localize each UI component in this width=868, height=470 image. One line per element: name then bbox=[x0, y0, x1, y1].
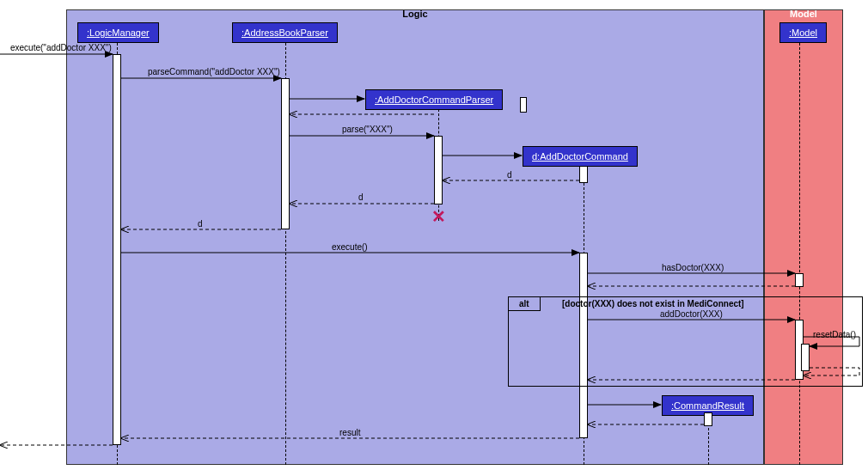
package-model-label: Model bbox=[790, 9, 817, 19]
header-model: :Model bbox=[779, 22, 827, 43]
destroy-icon: ✕ bbox=[431, 206, 446, 227]
msg-d-2: d bbox=[358, 192, 364, 202]
activation-model-has bbox=[795, 273, 804, 287]
header-logic-manager: :LogicManager bbox=[77, 22, 159, 43]
msg-resetdata: resetData() bbox=[813, 330, 856, 339]
header-add-doctor-command: d:AddDoctorCommand bbox=[523, 146, 638, 167]
package-model: Model bbox=[764, 9, 843, 465]
alt-operator: alt bbox=[509, 297, 541, 311]
msg-execute-adddoctor: execute("addDoctor XXX") bbox=[10, 43, 112, 52]
msg-d-1: d bbox=[507, 170, 512, 180]
activation-command-result bbox=[704, 412, 712, 426]
msg-hasdoctor: hasDoctor(XXX) bbox=[662, 263, 724, 272]
msg-result: result bbox=[339, 428, 360, 437]
activation-logic-manager bbox=[113, 54, 121, 445]
header-address-book-parser: :AddressBookParser bbox=[232, 22, 338, 43]
header-add-doctor-command-parser: :AddDoctorCommandParser bbox=[365, 89, 503, 110]
activation-parser bbox=[281, 78, 290, 229]
activation-cmdparser-1 bbox=[520, 97, 527, 113]
package-logic: Logic bbox=[66, 9, 764, 465]
msg-adddoctor: addDoctor(XXX) bbox=[660, 309, 723, 319]
lifeline-model bbox=[799, 43, 800, 465]
activation-cmdparser-2 bbox=[434, 136, 443, 204]
activation-cmd-create bbox=[579, 166, 588, 183]
msg-parse: parse("XXX") bbox=[342, 125, 393, 134]
package-logic-label: Logic bbox=[402, 9, 427, 19]
msg-execute: execute() bbox=[332, 242, 368, 252]
alt-guard: [doctor(XXX) does not exist in MediConne… bbox=[562, 299, 744, 308]
msg-parsecommand: parseCommand("addDoctor XXX") bbox=[148, 67, 280, 76]
sequence-diagram-canvas: Logic Model :LogicManager :AddressBookPa… bbox=[0, 0, 868, 470]
msg-d-3: d bbox=[198, 219, 203, 229]
